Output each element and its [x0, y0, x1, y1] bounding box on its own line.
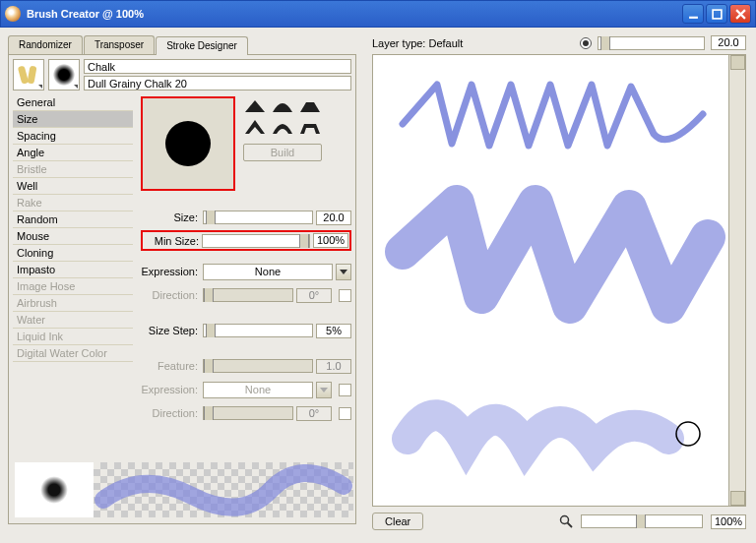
- svg-line-8: [568, 523, 573, 528]
- feature-label: Feature:: [141, 360, 200, 372]
- build-button: Build: [243, 144, 322, 161]
- feature-slider: [203, 359, 313, 373]
- category-random[interactable]: Random: [13, 211, 133, 228]
- zoom-slider[interactable]: [581, 514, 703, 528]
- direction-label: Direction:: [141, 289, 200, 301]
- size-step-slider[interactable]: [203, 324, 313, 337]
- dab-type-1[interactable]: [243, 96, 267, 114]
- category-airbrush: Airbrush: [13, 295, 133, 312]
- brush-size-radio[interactable]: [580, 37, 592, 49]
- category-liquid-ink: Liquid Ink: [13, 329, 133, 345]
- chevron-down-icon: [340, 270, 347, 274]
- category-cloning[interactable]: Cloning: [13, 245, 133, 262]
- size-step-label: Size Step:: [141, 325, 200, 336]
- window-title: Brush Creator @ 100%: [27, 8, 680, 20]
- brush-category-picker[interactable]: [13, 59, 44, 90]
- direction2-value: 0°: [296, 406, 332, 421]
- dab-type-6[interactable]: [298, 118, 322, 136]
- top-size-slider[interactable]: [598, 36, 705, 50]
- direction-slider: [203, 288, 293, 302]
- min-size-label: Min Size:: [144, 235, 199, 247]
- dab-type-4[interactable]: [243, 118, 267, 136]
- category-list: GeneralSizeSpacingAngleBristleWellRakeRa…: [13, 94, 133, 422]
- svg-rect-1: [713, 10, 722, 19]
- chevron-down-icon: [74, 85, 78, 89]
- designer-panel: GeneralSizeSpacingAngleBristleWellRakeRa…: [8, 54, 356, 524]
- category-mouse[interactable]: Mouse: [13, 228, 133, 245]
- category-water: Water: [13, 312, 133, 329]
- category-spacing[interactable]: Spacing: [13, 128, 133, 145]
- direction2-checkbox[interactable]: [339, 407, 351, 420]
- category-well[interactable]: Well: [13, 178, 133, 195]
- scroll-down-icon[interactable]: [730, 491, 745, 506]
- category-image-hose: Image Hose: [13, 278, 133, 295]
- category-digital-water-color: Digital Water Color: [13, 345, 133, 362]
- expression-dropdown-button[interactable]: [336, 264, 351, 280]
- min-size-slider[interactable]: [202, 234, 310, 248]
- dab-type-5[interactable]: [271, 118, 294, 136]
- dab-footer-preview: [15, 462, 94, 517]
- direction-value: 0°: [296, 288, 332, 303]
- brush-variant-picker[interactable]: [48, 59, 80, 90]
- chevron-down-icon: [38, 85, 42, 89]
- size-step-value[interactable]: 5%: [316, 324, 351, 338]
- brush-canvas[interactable]: [372, 54, 746, 507]
- svg-rect-4: [18, 66, 29, 85]
- dab-type-3[interactable]: [298, 96, 322, 114]
- direction-checkbox[interactable]: [339, 289, 351, 302]
- category-size[interactable]: Size: [13, 111, 133, 128]
- size-label: Size:: [141, 211, 200, 223]
- category-angle[interactable]: Angle: [13, 145, 133, 161]
- expression-dropdown[interactable]: None: [203, 264, 333, 280]
- minimize-button[interactable]: [682, 4, 704, 24]
- min-size-value[interactable]: 100%: [313, 233, 348, 248]
- tab-stroke-designer[interactable]: Stroke Designer: [156, 36, 248, 55]
- category-rake: Rake: [13, 195, 133, 211]
- expression2-label: Expression:: [141, 384, 200, 395]
- app-icon: [5, 6, 21, 22]
- category-impasto[interactable]: Impasto: [13, 262, 133, 278]
- canvas-scrollbar[interactable]: [728, 55, 745, 506]
- direction2-label: Direction:: [141, 407, 200, 419]
- brush-name-field[interactable]: [84, 76, 351, 90]
- expression2-dropdown: None: [203, 382, 313, 398]
- category-general[interactable]: General: [13, 94, 133, 111]
- chevron-down-icon: [320, 388, 328, 392]
- direction2-slider: [203, 406, 293, 420]
- layer-type-label: Layer type: Default: [372, 37, 463, 49]
- svg-point-7: [561, 516, 569, 524]
- zoom-value[interactable]: 100%: [711, 514, 746, 529]
- brush-dab-preview: [141, 96, 235, 191]
- tab-transposer[interactable]: Transposer: [84, 35, 155, 54]
- size-value[interactable]: 20.0: [316, 211, 351, 225]
- close-button[interactable]: [729, 4, 751, 24]
- brush-category-field[interactable]: [84, 59, 351, 74]
- expression2-checkbox[interactable]: [339, 384, 351, 396]
- feature-value: 1.0: [316, 359, 351, 374]
- expression-label: Expression:: [141, 266, 200, 277]
- clear-button[interactable]: Clear: [372, 513, 423, 530]
- scroll-up-icon[interactable]: [730, 55, 745, 70]
- tab-randomizer[interactable]: Randomizer: [8, 35, 83, 54]
- expression2-dropdown-button: [316, 382, 332, 398]
- svg-rect-5: [27, 66, 36, 85]
- maximize-button[interactable]: [706, 4, 727, 24]
- stroke-footer-preview: [94, 462, 353, 517]
- size-slider[interactable]: [203, 211, 313, 224]
- magnifier-icon: [559, 514, 573, 528]
- dab-type-2[interactable]: [271, 96, 294, 114]
- category-bristle: Bristle: [13, 161, 133, 178]
- top-size-value[interactable]: 20.0: [711, 35, 746, 50]
